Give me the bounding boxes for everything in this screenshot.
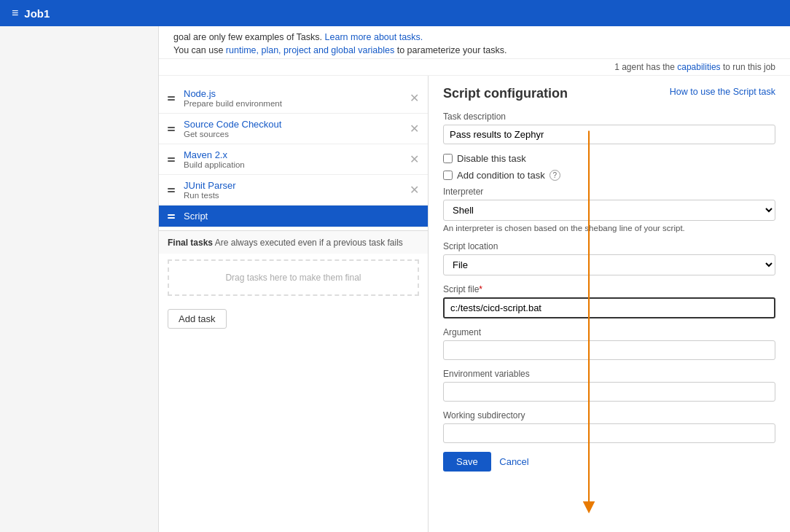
interpreter-select[interactable]: Shell Bash Python Ruby [443, 200, 775, 221]
task-item-nodejs[interactable]: Node.js Prepare build environment ✕ [159, 83, 428, 114]
script-file-label: Script file* [443, 284, 775, 294]
env-vars-label: Environment variables [443, 369, 775, 379]
task-icon-junit [168, 185, 178, 195]
task-name-script: Script [184, 211, 419, 222]
argument-group: Argument [443, 327, 775, 360]
content-area: goal are only few examples of Tasks. Lea… [159, 26, 790, 532]
task-item-checkout[interactable]: Source Code Checkout Get sources ✕ [159, 114, 428, 144]
argument-input[interactable] [443, 340, 775, 360]
task-description-group: Task description [443, 112, 775, 144]
task-info-junit: JUnit Parser Run tests [184, 180, 410, 200]
final-tasks-section: Final tasks Are always executed even if … [159, 230, 428, 254]
task-info-script: Script [184, 211, 419, 222]
task-remove-maven[interactable]: ✕ [410, 154, 419, 165]
add-condition-checkbox[interactable] [443, 171, 453, 180]
agent-text: 1 agent has the [614, 62, 675, 72]
task-subtitle-maven: Build application [184, 160, 410, 169]
disable-task-row: Disable this task [443, 153, 775, 164]
task-name-maven: Maven 2.x [184, 149, 410, 160]
task-icon-checkout [168, 124, 178, 134]
drag-placeholder: Drag tasks here to make them final [168, 259, 419, 296]
info-text-2: You can use [173, 45, 223, 55]
config-header: Script configuration How to use the Scri… [443, 86, 775, 101]
disable-task-label: Disable this task [457, 153, 526, 164]
learn-more-link[interactable]: Learn more about tasks. [325, 32, 423, 42]
main-layout: goal are only few examples of Tasks. Lea… [0, 26, 790, 532]
interpreter-label: Interpreter [443, 187, 775, 197]
interpreter-group: Interpreter Shell Bash Python Ruby An in… [443, 187, 775, 232]
working-subdir-input[interactable] [443, 423, 775, 443]
add-condition-row: Add condition to task ? [443, 170, 775, 181]
task-item-junit[interactable]: JUnit Parser Run tests ✕ [159, 175, 428, 206]
agent-text-2: to run this job [723, 62, 775, 72]
env-vars-group: Environment variables [443, 369, 775, 402]
config-title: Script configuration [443, 86, 568, 101]
task-name-nodejs: Node.js [184, 88, 410, 99]
task-desc-input[interactable] [443, 125, 775, 144]
script-file-input[interactable] [443, 297, 775, 318]
info-text-3: to parameterize your tasks. [397, 45, 507, 55]
interpreter-select-wrapper: Shell Bash Python Ruby [443, 200, 775, 221]
task-icon-nodejs [168, 93, 178, 103]
cancel-button[interactable]: Cancel [499, 456, 528, 467]
final-tasks-label: Final tasks Are always executed even if … [168, 238, 403, 248]
header: ≡ Job1 [0, 0, 790, 26]
info-text-1: goal are only few examples of Tasks. [173, 32, 322, 42]
add-condition-label: Add condition to task [457, 170, 545, 181]
task-desc-label: Task description [443, 112, 775, 122]
working-subdir-group: Working subdirectory [443, 410, 775, 443]
task-name-junit: JUnit Parser [184, 180, 410, 191]
job-title: Job1 [24, 7, 50, 20]
script-config-panel: Script configuration How to use the Scri… [429, 76, 790, 532]
task-name-checkout: Source Code Checkout [184, 119, 410, 130]
add-task-button[interactable]: Add task [168, 309, 227, 329]
form-actions: Save Cancel [443, 452, 775, 472]
condition-help-icon[interactable]: ? [550, 170, 560, 181]
script-location-group: Script location File Inline [443, 241, 775, 275]
task-item-maven[interactable]: Maven 2.x Build application ✕ [159, 144, 428, 175]
task-item-script[interactable]: Script [159, 206, 428, 227]
variables-link[interactable]: runtime, plan, project and global variab… [226, 45, 394, 55]
task-subtitle-nodejs: Prepare build environment [184, 99, 410, 108]
disable-task-checkbox[interactable] [443, 154, 453, 163]
task-subtitle-checkout: Get sources [184, 130, 410, 138]
script-location-select[interactable]: File Inline [443, 254, 775, 275]
how-to-link[interactable]: How to use the Script task [670, 86, 775, 99]
task-remove-junit[interactable]: ✕ [410, 184, 419, 196]
sidebar [0, 26, 159, 532]
panels: Node.js Prepare build environment ✕ Sour… [159, 76, 790, 532]
task-subtitle-junit: Run tests [184, 191, 410, 200]
task-icon-maven [168, 154, 178, 165]
task-info-maven: Maven 2.x Build application [184, 149, 410, 169]
task-remove-checkout[interactable]: ✕ [410, 123, 419, 135]
script-location-select-wrapper: File Inline [443, 254, 775, 275]
info-bar: goal are only few examples of Tasks. Lea… [159, 26, 790, 59]
script-location-label: Script location [443, 241, 775, 251]
task-remove-nodejs[interactable]: ✕ [410, 93, 419, 104]
task-info-nodejs: Node.js Prepare build environment [184, 88, 410, 108]
capabilities-link[interactable]: capabilities [677, 62, 720, 72]
working-subdir-label: Working subdirectory [443, 410, 775, 420]
save-button[interactable]: Save [443, 452, 491, 472]
argument-label: Argument [443, 327, 775, 337]
task-list-panel: Node.js Prepare build environment ✕ Sour… [159, 76, 429, 532]
required-asterisk: * [479, 284, 482, 294]
task-info-checkout: Source Code Checkout Get sources [184, 119, 410, 138]
script-file-group: Script file* [443, 284, 775, 318]
interpreter-hint: An interpreter is chosen based on the sh… [443, 224, 775, 232]
menu-icon: ≡ [12, 7, 18, 20]
agent-bar: 1 agent has the capabilities to run this… [159, 59, 790, 76]
env-vars-input[interactable] [443, 382, 775, 402]
task-icon-script [168, 211, 178, 222]
